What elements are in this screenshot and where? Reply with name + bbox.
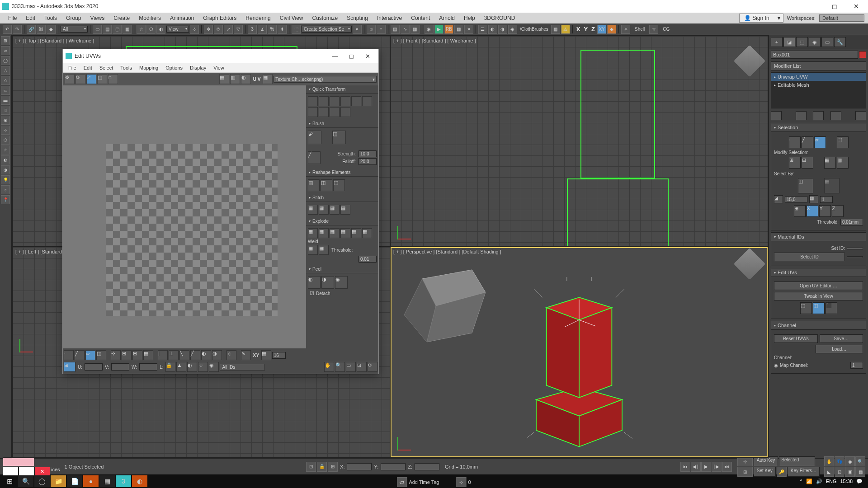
left-tool-15[interactable]: 💡	[1, 175, 10, 184]
menu-3dground[interactable]: 3DGROUND	[480, 13, 520, 23]
rotate-button[interactable]: ⟳	[214, 25, 223, 34]
left-tool-3[interactable]: ◯	[1, 56, 10, 65]
stitch-btn-4[interactable]: ▦	[340, 205, 350, 215]
tweak-in-view-button[interactable]: Tweak In View	[774, 292, 863, 300]
weld-btn-2[interactable]: ▦	[319, 245, 329, 255]
task-explorer[interactable]: 📁	[51, 475, 66, 487]
toolbar-btn-d[interactable]: ⬚	[292, 25, 301, 34]
sel-face-button[interactable]: ▱	[814, 136, 826, 148]
uvw-bt-n[interactable]: ◐	[187, 362, 197, 372]
tray-network-icon[interactable]: 📶	[806, 479, 812, 484]
uvw-bt-k[interactable]: ☼	[226, 350, 236, 360]
rollup-selection-header[interactable]: Selection	[771, 123, 866, 132]
select-rect-button[interactable]: ▢	[113, 25, 122, 34]
menu-help[interactable]: Help	[459, 13, 480, 23]
warning-icon[interactable]: ⚠	[561, 25, 570, 34]
menu-interactive[interactable]: Interactive	[373, 13, 406, 23]
uvw-mirror-button[interactable]: ⎅	[108, 74, 118, 84]
uvw-pan-button[interactable]: ✋	[324, 362, 334, 372]
planar-angle-input[interactable]: 15,0	[785, 196, 807, 203]
x-constraint[interactable]: X	[575, 26, 582, 33]
sel-icon-x[interactable]: X	[807, 205, 818, 217]
task-chrome[interactable]: ●	[83, 475, 99, 487]
planar-button[interactable]: ◢	[774, 195, 783, 203]
uvw-texture-dropdown[interactable]: Texture Ch…ecker.png)	[274, 76, 377, 83]
uvw-canvas[interactable]	[63, 85, 306, 348]
left-tool-4[interactable]: △	[1, 66, 10, 75]
key-icon-button[interactable]: 🔑	[777, 467, 787, 477]
toolbar-btn-b[interactable]: ⬡	[146, 25, 156, 34]
stack-show-button[interactable]	[796, 111, 807, 120]
play-button[interactable]: ▶	[701, 462, 711, 472]
uvw-bt-i[interactable]: ◐	[201, 350, 211, 360]
uvw-maximize-button[interactable]: ◻	[343, 51, 359, 61]
explode-btn-1[interactable]: ▦	[308, 228, 318, 238]
reshape-btn-3[interactable]: ⬚	[333, 179, 345, 191]
qt-btn-2[interactable]	[319, 96, 329, 106]
uvw-reshape-header[interactable]: Reshape Elements	[306, 169, 378, 177]
left-tool-13[interactable]: ◐	[1, 155, 10, 164]
sel-vertex-button[interactable]: ·	[789, 136, 801, 148]
cp-tab-display[interactable]: ▭	[821, 37, 833, 47]
workspaces-select[interactable]: Default	[819, 14, 864, 22]
sel-edge-button[interactable]: ╱	[802, 136, 813, 148]
reshape-btn-1[interactable]: ▤	[308, 179, 320, 191]
sel-icon-z[interactable]: Z	[832, 205, 844, 217]
menu-create[interactable]: Create	[109, 13, 134, 23]
qt-btn-7[interactable]	[308, 107, 318, 117]
menu-views[interactable]: Views	[85, 13, 109, 23]
toolbar-btn-c[interactable]: ◐	[156, 25, 165, 34]
color-swatch-1[interactable]	[3, 457, 34, 466]
uvw-allids-dropdown[interactable]: All IDs	[220, 364, 265, 371]
uvw-bt-g[interactable]: ╲	[179, 350, 189, 360]
cp-tab-modify[interactable]: ◪	[783, 37, 795, 47]
uvw-bt-p[interactable]: ◉	[209, 362, 219, 372]
left-tool-2[interactable]: ▱	[1, 46, 10, 55]
explode-btn-2[interactable]: ▦	[319, 228, 329, 238]
y-input[interactable]	[381, 463, 406, 470]
sel-icon-y[interactable]: Y	[819, 205, 831, 217]
spinner-snap-button[interactable]: ⬍	[278, 25, 287, 34]
left-tool-14[interactable]: ◑	[1, 165, 10, 174]
explode-btn-3[interactable]: ▦	[330, 228, 340, 238]
time-tag-icon[interactable]: 🏷	[397, 477, 407, 487]
nav-orbit-button[interactable]: ◉	[845, 456, 855, 466]
left-tool-6[interactable]: ▭	[1, 86, 10, 95]
angle-snap-button[interactable]: ∡	[258, 25, 267, 34]
qt-btn-5[interactable]	[351, 96, 361, 106]
uvw-show-map-button[interactable]: ◐	[241, 74, 251, 84]
menu-civil-view[interactable]: Civil View	[275, 13, 308, 23]
uvw-sel-face[interactable]: ▱	[85, 350, 95, 360]
weld-btn-1[interactable]: ▦	[308, 245, 318, 255]
frame-input-button[interactable]: ⊹	[456, 477, 466, 487]
uvw-menu-display[interactable]: Display	[186, 64, 210, 71]
pivot-button[interactable]: ⊹	[190, 25, 199, 34]
task-search[interactable]: 🔍	[18, 475, 33, 487]
stack-remove-button[interactable]	[830, 111, 841, 120]
open-uv-editor-button[interactable]: Open UV Editor …	[774, 282, 863, 290]
uvw-zoom-extents-button[interactable]: ⊡	[357, 362, 367, 372]
uvw-move-button[interactable]: ✥	[65, 74, 75, 84]
object-color-swatch[interactable]	[859, 51, 866, 58]
goto-start-button[interactable]: ⏮	[680, 462, 690, 472]
uvw-grid-input[interactable]: 16	[272, 352, 286, 359]
uvw-brush-header[interactable]: Brush	[306, 120, 378, 128]
cp-tab-create[interactable]: +	[771, 37, 783, 47]
uvw-bt-m[interactable]: ▲	[176, 362, 186, 372]
uvw-bt-l[interactable]: ∿	[241, 350, 251, 360]
uvw-zoom-button[interactable]: 🔍	[335, 362, 345, 372]
uvw-close-button[interactable]: ✕	[359, 51, 376, 61]
menu-customize[interactable]: Customize	[308, 13, 343, 23]
menu-arnold[interactable]: Arnold	[434, 13, 459, 23]
peel-btn-3[interactable]: ◉	[335, 276, 348, 289]
menu-group[interactable]: Group	[61, 13, 85, 23]
uvw-quick-transform-header[interactable]: Quick Transform	[306, 85, 378, 94]
uvw-zoom-region-button[interactable]: ▭	[346, 362, 356, 372]
strength-input[interactable]: 10,0	[359, 150, 377, 157]
render-frame-button[interactable]: RB	[444, 25, 453, 34]
lock-button[interactable]: 🔒	[317, 462, 327, 472]
sel-element-button[interactable]: ⬚	[837, 136, 849, 148]
uvw-bt-d[interactable]: ▦	[143, 350, 153, 360]
uvw-menu-options[interactable]: Options	[162, 64, 186, 71]
grow-button[interactable]: ⊞	[789, 157, 801, 169]
